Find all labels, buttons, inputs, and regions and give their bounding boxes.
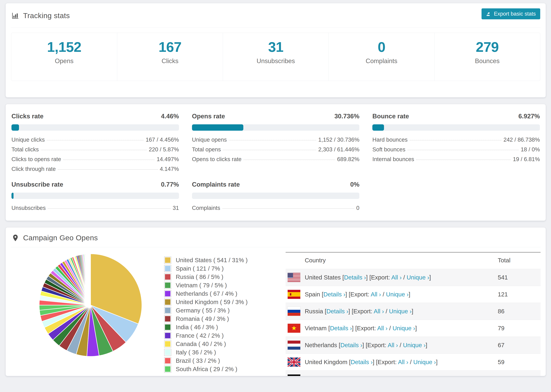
legend-label: Canada ( 40 / 2% ) [176,341,226,347]
details-link[interactable]: Details › [351,359,373,365]
rate-row: Click through rate4.147% [11,166,179,171]
legend-item[interactable]: Russia ( 86 / 5% ) [164,273,267,280]
export-unique-link[interactable]: Unique › [413,359,436,365]
export-unique-link[interactable]: Unique › [407,274,429,281]
flag-nl-icon [288,341,300,350]
summary-stat-label: Complaints [366,57,397,65]
summary-stat: 1,152Opens [11,33,117,81]
rate-panel-head: Unsubscribe rate0.77% [11,181,179,188]
rate-row: Soft bounces18 / 0% [372,146,540,152]
legend-item[interactable]: Canada ( 40 / 2% ) [164,340,267,348]
flag-cell [286,320,305,337]
summary-stat: 279Bounces [434,33,540,81]
rate-row-label: Hard bounces [372,136,407,143]
export-unique-link[interactable]: Unique › [403,342,426,348]
export-all-link[interactable]: All › [371,291,381,298]
rate-value: 30.736% [334,113,359,120]
flag-es-icon [288,290,300,299]
rate-panel-head: Complaints rate0% [192,181,360,188]
legend-item[interactable]: Netherlands ( 67 / 4% ) [164,290,267,297]
country-total: 59 [498,354,541,371]
country-name: Russia [305,308,323,315]
rate-row-label: Total clicks [11,146,39,153]
export-all-link[interactable]: All › [398,359,408,365]
rate-panel: Bounce rate6.927%Hard bounces242 / 86.73… [372,113,540,171]
pie-slice[interactable] [90,254,91,305]
legend-label: India ( 46 / 3% ) [176,324,218,331]
summary-stats: 1,152Opens167Clicks31Unsubscribes0Compla… [11,33,540,81]
rate-rows: Unique opens1,152 / 30.736%Total opens2,… [192,136,360,162]
legend-item[interactable]: United States ( 541 / 31% ) [164,257,267,264]
country-total: 79 [498,320,541,337]
geo-table-header-row: Country Total [286,252,541,269]
legend-swatch [164,290,171,297]
legend-item[interactable]: India ( 46 / 3% ) [164,324,267,331]
tracking-stats-card: Tracking stats Export basic stats 1,152O… [6,3,546,98]
country-cell: Vietnam [Details ›] [Export: All › / Uni… [305,320,498,337]
legend-swatch [164,257,171,264]
country-total: 67 [498,337,541,354]
legend-item[interactable]: Germany ( 55 / 3% ) [164,307,267,314]
export-button-label: Export basic stats [494,11,536,17]
country-name: Spain [305,291,320,298]
rate-row: Opens to clicks rate689.82% [192,156,360,162]
rate-rows: Hard bounces242 / 86.738%Soft bounces18 … [372,136,540,162]
rates-row-2: Unsubscribe rate0.77%Unsubscribes31Compl… [11,181,540,210]
rate-row: Unsubscribes31 [11,205,179,210]
export-all-link[interactable]: All › [391,274,402,281]
legend-item[interactable]: United Kingdom ( 59 / 3% ) [164,298,267,306]
legend-swatch [164,365,171,373]
legend-item[interactable]: Spain ( 121 / 7% ) [164,265,267,272]
rate-title: Bounce rate [372,113,409,120]
rate-panel-head: Bounce rate6.927% [372,113,540,120]
legend-item[interactable]: Romania ( 49 / 3% ) [164,315,267,322]
rate-rows: Unsubscribes31 [11,205,179,210]
legend-item[interactable]: Vietnam ( 79 / 5% ) [164,282,267,289]
rate-row-label: Clicks to opens rate [11,156,61,162]
export-unique-link[interactable]: Unique › [386,291,409,298]
details-link[interactable]: Details › [330,325,352,331]
export-all-link[interactable]: All › [380,376,390,376]
rate-row: Total clicks220 / 5.87% [11,146,179,152]
rate-progress-bar [11,193,179,199]
rate-row: Unique clicks167 / 4.456% [11,136,179,142]
legend-swatch [164,349,171,356]
details-link[interactable]: Details › [344,274,366,281]
summary-stat-value: 279 [476,39,499,55]
leader-dots [243,160,335,160]
country-cell: Germany [Details ›] [Export: All › / Uni… [305,371,498,376]
export-basic-stats-button[interactable]: Export basic stats [481,8,540,19]
export-all-link[interactable]: All › [377,325,387,331]
legend-label: Spain ( 121 / 7% ) [176,265,224,272]
geo-table-row: United Kingdom [Details ›] [Export: All … [286,354,541,371]
legend-item[interactable]: Italy ( 36 / 2% ) [164,349,267,356]
details-link[interactable]: Details › [326,308,348,315]
rate-row-label: Total opens [192,146,221,153]
leader-dots [229,140,316,140]
rate-title: Complaints rate [192,181,240,188]
legend-swatch [164,298,171,306]
flag-gb-icon [288,357,300,367]
legend-label: Germany ( 55 / 3% ) [176,307,230,314]
export-all-link[interactable]: All › [374,308,384,315]
legend-item[interactable]: France ( 42 / 2% ) [164,332,267,339]
geo-opens-pie-chart[interactable] [37,252,144,358]
export-unique-link[interactable]: Unique › [389,308,411,315]
rates-card: Clicks rate4.46%Unique clicks167 / 4.456… [6,104,546,221]
export-all-link[interactable]: All › [388,342,398,348]
export-unique-link[interactable]: Unique › [395,376,418,376]
summary-stat-label: Clicks [162,57,178,65]
geo-table-row: Netherlands [Details ›] [Export: All › /… [286,337,541,354]
legend-swatch [164,307,171,314]
export-unique-link[interactable]: Unique › [393,325,415,331]
geo-header: Campaign Geo Opens [6,227,546,247]
details-link[interactable]: Details › [333,376,354,376]
legend-item[interactable]: Brazil ( 33 / 2% ) [164,357,267,364]
details-link[interactable]: Details › [340,342,362,348]
details-link[interactable]: Details › [323,291,345,298]
summary-stat: 0Complaints [329,33,434,81]
rate-progress-bar [372,124,540,131]
legend-swatch [164,324,171,331]
legend-item[interactable]: South Africa ( 29 / 2% ) [164,365,267,373]
summary-stat-label: Bounces [475,57,500,65]
